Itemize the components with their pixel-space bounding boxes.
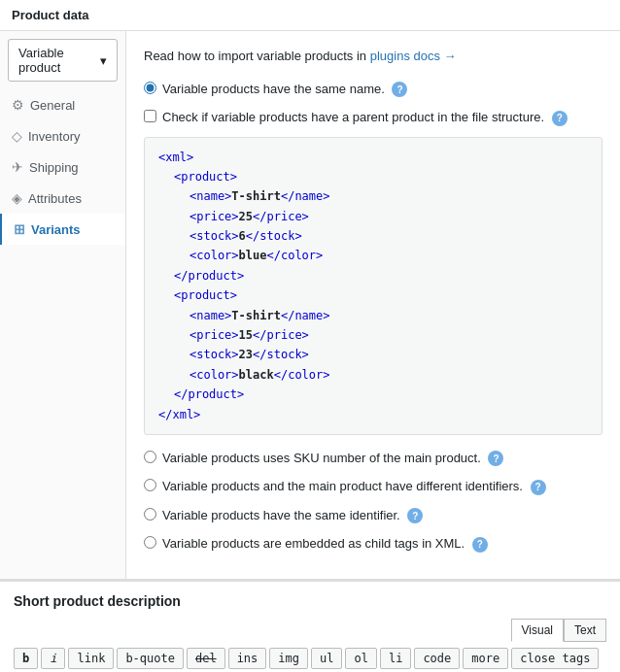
plugins-docs-link-text: plugins docs bbox=[370, 49, 440, 63]
radio-same-id[interactable] bbox=[144, 508, 156, 521]
radio-child-tags[interactable] bbox=[144, 536, 156, 549]
sidebar-item-general[interactable]: ⚙ General bbox=[0, 89, 125, 120]
general-icon: ⚙ bbox=[12, 97, 24, 113]
sidebar-item-label: Inventory bbox=[28, 129, 80, 144]
format-img[interactable]: img bbox=[269, 648, 308, 669]
inventory-icon: ◇ bbox=[12, 128, 22, 144]
xml-line: <stock> bbox=[189, 348, 239, 361]
format-link[interactable]: link bbox=[68, 648, 114, 669]
format-del[interactable]: del bbox=[187, 648, 225, 669]
sidebar-nav: ⚙ General ◇ Inventory ✈ Shipping ◈ Attri… bbox=[0, 89, 125, 245]
sidebar-item-label: Variants bbox=[31, 222, 81, 237]
xml-line: <name> bbox=[189, 189, 231, 203]
radio-option-sku: Variable products uses SKU number of the… bbox=[144, 449, 603, 468]
format-buttons-bar: b i link b-quote del ins img ul ol li co… bbox=[14, 648, 606, 669]
sidebar-item-attributes[interactable]: ◈ Attributes bbox=[0, 183, 125, 214]
arrow-icon: → bbox=[444, 49, 457, 63]
radio-same-id-label: Variable products have the same identifi… bbox=[162, 506, 423, 525]
help-icon-child-tags[interactable]: ? bbox=[472, 537, 488, 553]
radio-diff-id[interactable] bbox=[144, 479, 156, 491]
variants-icon: ⊞ bbox=[14, 221, 25, 237]
radio-option-diff-id: Variable products and the main product h… bbox=[144, 477, 603, 496]
import-notice: Read how to import variable products in … bbox=[144, 47, 603, 66]
product-data-label: Product data bbox=[12, 8, 88, 22]
sidebar-item-label: Attributes bbox=[28, 191, 82, 206]
editor-toolbar: Visual Text bbox=[14, 619, 606, 642]
help-icon-sku[interactable]: ? bbox=[488, 451, 503, 466]
xml-line: </product> bbox=[174, 387, 244, 401]
format-code[interactable]: code bbox=[414, 648, 460, 669]
checkbox-parent-check: Check if variable products have a parent… bbox=[144, 108, 603, 127]
plugins-docs-link[interactable]: plugins docs → bbox=[370, 49, 457, 63]
xml-line: <price> bbox=[189, 210, 239, 223]
xml-line: <xml> bbox=[158, 151, 193, 164]
sidebar-item-inventory[interactable]: ◇ Inventory bbox=[0, 120, 125, 151]
radio-option-same-name: Variable products have the same name. ? bbox=[144, 80, 603, 99]
tab-visual[interactable]: Visual bbox=[511, 619, 564, 642]
checkbox-parent-input[interactable] bbox=[144, 110, 156, 122]
attributes-icon: ◈ bbox=[12, 190, 22, 206]
radio-sku-label: Variable products uses SKU number of the… bbox=[162, 449, 503, 468]
tab-text[interactable]: Text bbox=[564, 619, 606, 642]
short-description-title: Short product description bbox=[14, 593, 606, 609]
xml-line: <name> bbox=[189, 309, 231, 322]
xml-line: </xml> bbox=[158, 408, 200, 421]
help-icon[interactable]: ? bbox=[392, 82, 407, 97]
help-icon-sub[interactable]: ? bbox=[552, 111, 568, 126]
radio-same-name[interactable] bbox=[144, 82, 156, 94]
app-container: Product data Variable product ▾ ⚙ Genera… bbox=[0, 0, 620, 672]
product-type-dropdown[interactable]: Variable product ▾ bbox=[8, 39, 118, 82]
xml-line: <product> bbox=[174, 288, 237, 302]
help-icon-same-id[interactable]: ? bbox=[407, 508, 423, 523]
product-type-value: Variable product bbox=[18, 46, 100, 75]
xml-line: <color> bbox=[189, 368, 239, 382]
main-content: Read how to import variable products in … bbox=[126, 31, 620, 579]
sidebar-item-label: Shipping bbox=[29, 160, 79, 175]
format-bold[interactable]: b bbox=[14, 648, 38, 669]
radio-diff-id-label: Variable products and the main product h… bbox=[162, 477, 546, 496]
dropdown-chevron-icon: ▾ bbox=[100, 53, 107, 68]
xml-line: <color> bbox=[189, 249, 239, 262]
xml-code-block: <xml> <product> <name>T-shirt</name> <pr… bbox=[144, 137, 603, 435]
format-ol[interactable]: ol bbox=[345, 648, 376, 669]
radio-sku[interactable] bbox=[144, 451, 156, 463]
radio-option-child-tags: Variable products are embedded as child … bbox=[144, 534, 603, 554]
format-ul[interactable]: ul bbox=[311, 648, 342, 669]
xml-line: <stock> bbox=[189, 229, 239, 243]
xml-line: <price> bbox=[189, 328, 239, 342]
format-ins[interactable]: ins bbox=[228, 648, 267, 669]
sidebar-item-variants[interactable]: ⊞ Variants bbox=[0, 214, 125, 245]
radio-same-name-label: Variable products have the same name. ? bbox=[162, 80, 407, 99]
product-data-header: Product data bbox=[0, 0, 620, 31]
help-icon-diff-id[interactable]: ? bbox=[531, 480, 546, 495]
sidebar-item-label: General bbox=[30, 98, 75, 113]
shipping-icon: ✈ bbox=[12, 159, 23, 175]
sidebar: Variable product ▾ ⚙ General ◇ Inventory… bbox=[0, 31, 126, 579]
import-notice-prefix: Read how to import variable products in bbox=[144, 49, 366, 63]
xml-line: </product> bbox=[174, 269, 244, 283]
format-more[interactable]: more bbox=[463, 648, 508, 669]
format-close-tags[interactable]: close tags bbox=[511, 648, 599, 669]
format-li[interactable]: li bbox=[380, 648, 411, 669]
checkbox-parent-label: Check if variable products have a parent… bbox=[162, 108, 568, 127]
radio-option-same-id: Variable products have the same identifi… bbox=[144, 506, 603, 525]
sidebar-item-shipping[interactable]: ✈ Shipping bbox=[0, 151, 125, 183]
format-italic[interactable]: i bbox=[41, 648, 65, 669]
xml-line: <product> bbox=[174, 170, 237, 184]
short-description-section: Short product description Visual Text b … bbox=[0, 579, 620, 672]
radio-child-tags-label: Variable products are embedded as child … bbox=[162, 534, 488, 554]
format-blockquote[interactable]: b-quote bbox=[117, 648, 184, 669]
product-data-body: Variable product ▾ ⚙ General ◇ Inventory… bbox=[0, 31, 620, 579]
